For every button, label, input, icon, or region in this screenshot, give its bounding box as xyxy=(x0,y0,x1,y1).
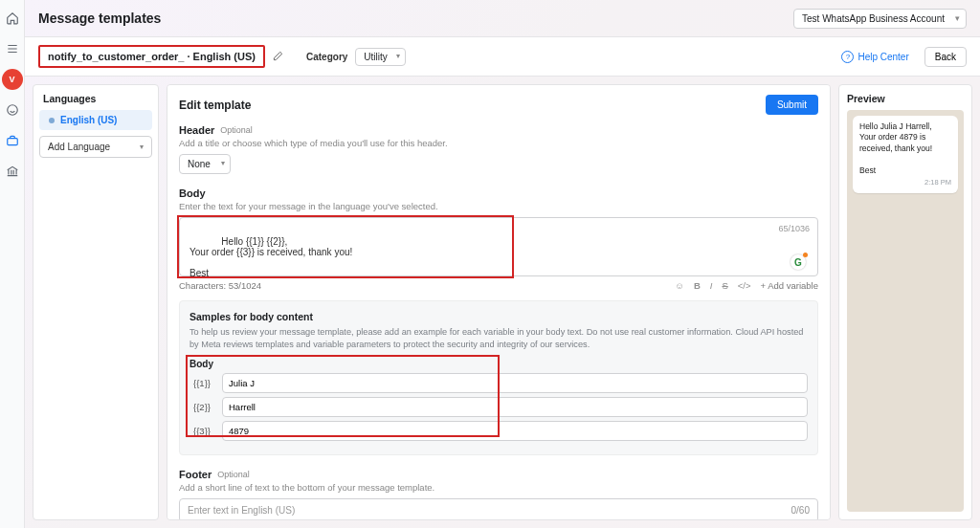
svg-point-0 xyxy=(7,105,17,116)
strike-icon[interactable]: S xyxy=(722,280,727,291)
sample-var-1-input[interactable] xyxy=(222,373,808,393)
svg-rect-1 xyxy=(7,139,17,145)
header-section-desc: Add a title or choose which type of medi… xyxy=(179,138,818,148)
languages-heading: Languages xyxy=(33,93,158,110)
code-icon[interactable]: </> xyxy=(738,280,751,291)
samples-body-label: Body xyxy=(189,359,808,369)
languages-panel: Languages English (US) Add Language xyxy=(33,84,159,520)
nav-rail: V xyxy=(0,0,25,528)
body-section-title: Body xyxy=(179,187,818,199)
grammarly-icon[interactable]: G xyxy=(791,254,806,270)
header-type-select[interactable]: None xyxy=(179,154,231,174)
bold-icon[interactable]: B xyxy=(694,280,701,291)
body-textarea[interactable]: Hello {{1}} {{2}}, Your order {{3}} is r… xyxy=(179,217,818,276)
top-bar: Message templates Test WhatsApp Business… xyxy=(25,0,980,36)
sample-var-row: {{3}} xyxy=(189,421,808,441)
footer-section-desc: Add a short line of text to the bottom o… xyxy=(179,482,818,493)
preview-heading: Preview xyxy=(847,93,964,104)
emoji-icon[interactable]: ☺ xyxy=(675,280,684,291)
footer-input[interactable]: Enter text in English (US) 0/60 xyxy=(179,498,818,520)
body-toolbar: Characters: 53/1024 ☺ B I S </> + Add va… xyxy=(179,280,818,291)
footer-section-title: Footer Optional xyxy=(179,469,818,480)
category-label: Category xyxy=(306,52,347,62)
avatar[interactable]: V xyxy=(2,69,23,90)
bank-icon[interactable] xyxy=(2,161,23,182)
preview-time: 2:18 PM xyxy=(859,178,951,187)
language-item-selected[interactable]: English (US) xyxy=(39,110,152,130)
page-title: Message templates xyxy=(38,11,161,26)
body-char-ratio: 65/1036 xyxy=(778,224,810,233)
menu-icon[interactable] xyxy=(2,38,23,59)
sample-var-2-input[interactable] xyxy=(222,397,808,417)
body-section-desc: Enter the text for your message in the l… xyxy=(179,201,818,211)
home-icon[interactable] xyxy=(2,8,23,29)
samples-desc: To help us review your message template,… xyxy=(189,326,808,351)
sample-var-row: {{2}} xyxy=(189,397,808,417)
samples-panel: Samples for body content To help us revi… xyxy=(179,300,818,455)
template-name: notify_to_customer_order_ · English (US) xyxy=(38,45,265,68)
sample-var-3-input[interactable] xyxy=(222,421,808,441)
smile-icon[interactable] xyxy=(2,99,23,121)
add-variable-button[interactable]: + Add variable xyxy=(761,280,818,291)
sub-bar: notify_to_customer_order_ · English (US)… xyxy=(25,36,980,77)
edit-name-icon[interactable] xyxy=(273,51,283,63)
submit-button[interactable]: Submit xyxy=(766,95,818,115)
italic-icon[interactable]: I xyxy=(710,280,713,291)
samples-title: Samples for body content xyxy=(189,311,808,322)
editor-title: Edit template xyxy=(179,99,251,112)
preview-bubble: Hello Julia J Harrell, Your order 4879 i… xyxy=(853,116,958,193)
header-section-title: Header Optional xyxy=(179,124,818,136)
category-select[interactable]: Utility xyxy=(355,48,405,66)
footer-count: 0/60 xyxy=(791,505,810,516)
account-selector[interactable]: Test WhatsApp Business Account xyxy=(793,9,967,29)
toolbox-icon[interactable] xyxy=(2,130,23,151)
editor-panel: Edit template Submit Header Optional Add… xyxy=(167,84,831,520)
sample-var-row: {{1}} xyxy=(189,373,808,393)
preview-panel: Preview Hello Julia J Harrell, Your orde… xyxy=(838,84,972,520)
help-center-link[interactable]: Help Center xyxy=(841,51,908,63)
preview-canvas: Hello Julia J Harrell, Your order 4879 i… xyxy=(847,110,964,512)
back-button[interactable]: Back xyxy=(924,47,967,67)
add-language-select[interactable]: Add Language xyxy=(39,136,152,158)
